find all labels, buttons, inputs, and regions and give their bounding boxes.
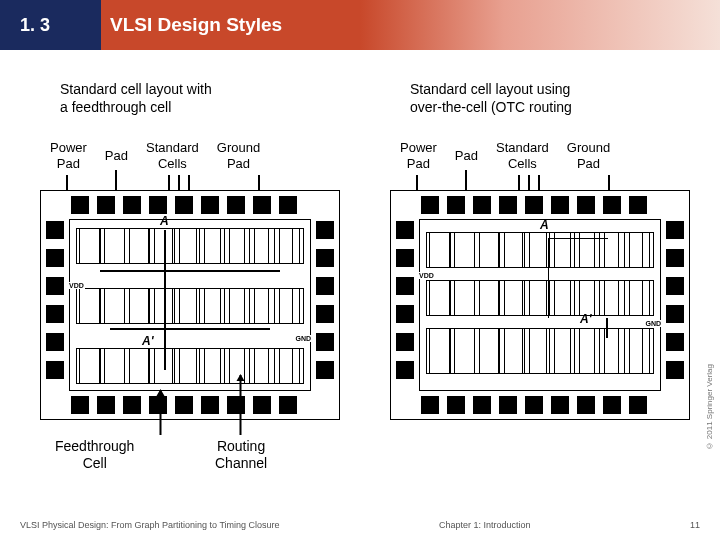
pad-col-left bbox=[46, 221, 64, 379]
bond-pad bbox=[666, 221, 684, 239]
right-std-cells-label: Standard Cells bbox=[496, 140, 549, 171]
pad-row-top bbox=[421, 196, 647, 214]
bond-pad bbox=[577, 196, 595, 214]
slide-footer: VLSI Physical Design: From Graph Partiti… bbox=[0, 510, 720, 540]
bond-pad bbox=[666, 305, 684, 323]
left-pad-label: Pad bbox=[105, 140, 128, 171]
bond-pad bbox=[473, 196, 491, 214]
right-chip-layout: VDD GND A A' bbox=[390, 190, 690, 420]
bond-pad bbox=[227, 396, 245, 414]
bond-pad bbox=[316, 333, 334, 351]
bond-pad bbox=[603, 196, 621, 214]
bond-pad bbox=[253, 196, 271, 214]
bond-pad bbox=[499, 396, 517, 414]
bond-pad bbox=[316, 277, 334, 295]
bond-pad bbox=[279, 196, 297, 214]
copyright-text: © 2011 Springer Verlag bbox=[705, 364, 714, 450]
bond-pad bbox=[71, 196, 89, 214]
bond-pad bbox=[46, 361, 64, 379]
gnd-label: GND bbox=[294, 335, 312, 342]
bond-pad bbox=[316, 221, 334, 239]
bond-pad bbox=[149, 196, 167, 214]
right-pad-label: Pad bbox=[455, 140, 478, 171]
routing-wire bbox=[110, 328, 270, 330]
bond-pad bbox=[123, 196, 141, 214]
bond-pad bbox=[201, 396, 219, 414]
bond-pad bbox=[46, 221, 64, 239]
cell-row bbox=[426, 280, 654, 316]
bond-pad bbox=[97, 196, 115, 214]
bond-pad bbox=[551, 396, 569, 414]
bond-pad bbox=[316, 305, 334, 323]
bond-pad bbox=[447, 396, 465, 414]
bond-pad bbox=[279, 396, 297, 414]
bond-pad bbox=[666, 333, 684, 351]
gnd-label: GND bbox=[644, 320, 662, 327]
bond-pad bbox=[629, 196, 647, 214]
vdd-label: VDD bbox=[68, 282, 85, 289]
section-number: 1. 3 bbox=[0, 15, 100, 36]
bond-pad bbox=[316, 361, 334, 379]
bond-pad bbox=[525, 196, 543, 214]
bond-pad bbox=[396, 277, 414, 295]
vdd-label: VDD bbox=[418, 272, 435, 279]
cell-row bbox=[426, 232, 654, 268]
left-power-pad-label: Power Pad bbox=[50, 140, 87, 171]
bond-pad bbox=[46, 305, 64, 323]
bond-pad bbox=[447, 196, 465, 214]
bond-pad bbox=[499, 196, 517, 214]
left-caption-line1: Standard cell layout with bbox=[60, 80, 212, 98]
bond-pad bbox=[396, 249, 414, 267]
left-caption-line2: a feedthrough cell bbox=[60, 98, 212, 116]
bond-pad bbox=[666, 361, 684, 379]
annotation-a: A bbox=[160, 214, 169, 228]
slide-content: Standard cell layout with a feedthrough … bbox=[0, 50, 720, 510]
right-power-pad-label: Power Pad bbox=[400, 140, 437, 171]
cell-row bbox=[76, 288, 304, 324]
bond-pad bbox=[316, 249, 334, 267]
right-caption: Standard cell layout using over-the-cell… bbox=[410, 80, 572, 116]
pad-row-bottom bbox=[71, 396, 297, 414]
bond-pad bbox=[396, 361, 414, 379]
bond-pad bbox=[396, 333, 414, 351]
feedthrough-cell-label: Feedthrough Cell bbox=[55, 438, 134, 472]
cell-row bbox=[426, 328, 654, 374]
bond-pad bbox=[525, 396, 543, 414]
cell-row bbox=[76, 348, 304, 384]
annotation-a: A bbox=[540, 218, 549, 232]
left-caption: Standard cell layout with a feedthrough … bbox=[60, 80, 212, 116]
routing-wire bbox=[100, 270, 280, 272]
slide-header: 1. 3 VLSI Design Styles bbox=[0, 0, 720, 50]
pad-row-bottom bbox=[421, 396, 647, 414]
pad-col-right bbox=[316, 221, 334, 379]
arrow-icon bbox=[240, 375, 242, 435]
left-std-cells-label: Standard Cells bbox=[146, 140, 199, 171]
footer-left: VLSI Physical Design: From Graph Partiti… bbox=[20, 520, 280, 530]
left-label-row: Power Pad Pad Standard Cells Ground Pad bbox=[50, 140, 260, 171]
pad-col-right bbox=[666, 221, 684, 379]
left-core: VDD GND A A' bbox=[69, 219, 311, 391]
footer-page-number: 11 bbox=[690, 520, 700, 530]
otc-wire bbox=[548, 238, 608, 318]
pad-col-left bbox=[396, 221, 414, 379]
otc-wire bbox=[606, 318, 608, 338]
bond-pad bbox=[71, 396, 89, 414]
pad-row-top bbox=[71, 196, 297, 214]
routing-channel-label: Routing Channel bbox=[215, 438, 267, 472]
right-core: VDD GND A A' bbox=[419, 219, 661, 391]
bond-pad bbox=[46, 249, 64, 267]
bond-pad bbox=[46, 333, 64, 351]
bond-pad bbox=[46, 277, 64, 295]
bond-pad bbox=[603, 396, 621, 414]
bond-pad bbox=[253, 396, 271, 414]
bond-pad bbox=[473, 396, 491, 414]
bond-pad bbox=[201, 196, 219, 214]
footer-center: Chapter 1: Introduction bbox=[439, 520, 531, 530]
cell-row bbox=[76, 228, 304, 264]
arrow-icon bbox=[160, 390, 162, 435]
bond-pad bbox=[123, 396, 141, 414]
bond-pad bbox=[666, 249, 684, 267]
bond-pad bbox=[227, 196, 245, 214]
bond-pad bbox=[97, 396, 115, 414]
left-chip-layout: VDD GND A A' bbox=[40, 190, 340, 420]
